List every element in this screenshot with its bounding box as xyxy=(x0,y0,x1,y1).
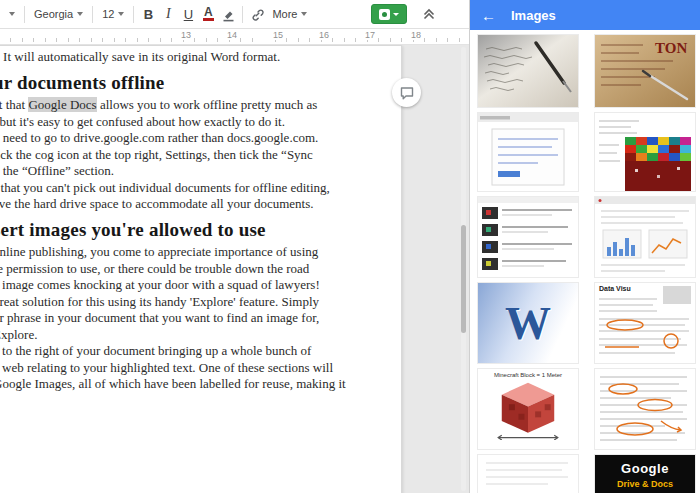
annotated-document-art xyxy=(595,369,695,449)
double-chevron-up-icon xyxy=(422,7,436,21)
manuscript-text: TON xyxy=(655,40,687,56)
comment-bubble-icon xyxy=(399,85,415,101)
doc-heading-offline: ur documents offline xyxy=(0,75,401,92)
doc-line: et that Google Docs allows you to work o… xyxy=(0,97,401,114)
manuscript-art: TON xyxy=(595,35,695,107)
text-color-letter: A xyxy=(204,7,213,17)
editor-screenshot-art xyxy=(478,113,578,191)
text-color-button[interactable]: A xyxy=(198,3,218,25)
doc-line: re permission to use, or there could be … xyxy=(0,261,401,278)
italic-button[interactable]: I xyxy=(158,3,178,25)
image-result-word-logo[interactable]: W xyxy=(478,283,578,363)
toolbar-separator xyxy=(133,6,134,23)
docs-editor: Georgia 12 B I U A xyxy=(0,0,470,493)
toolbar-separator xyxy=(242,6,243,23)
highlighted-text: Google Docs xyxy=(28,97,96,112)
doc-line: lick the cog icon at the top right, Sett… xyxy=(0,147,401,164)
word-document-art xyxy=(478,455,578,493)
charts-screenshot-art xyxy=(595,197,695,277)
word-logo-letter: W xyxy=(505,297,551,350)
doc-line: Google Images, all of which have been la… xyxy=(0,376,401,393)
image-result-colorful-artwork[interactable] xyxy=(595,113,695,191)
styles-dropdown-partial[interactable] xyxy=(4,9,20,19)
image-results-grid: TON xyxy=(470,30,700,493)
ruler-number: 13 xyxy=(179,30,193,40)
highlighter-icon xyxy=(221,7,236,22)
image-result-manuscript[interactable]: TON xyxy=(595,35,695,107)
image-result-minecraft-block[interactable]: Minecraft Block = 1 Meter xyxy=(478,369,578,449)
chevron-down-icon xyxy=(393,13,399,16)
ruler: 13 14 15 16 17 18 xyxy=(0,29,469,45)
image-result-word-document[interactable]: W xyxy=(478,455,578,493)
doc-line: y need to go to drive.google.com rather … xyxy=(0,130,401,147)
doc-line: e to the right of your document bringing… xyxy=(0,343,401,360)
article-title: Data Visu xyxy=(599,285,631,292)
highlight-color-button[interactable] xyxy=(218,3,238,25)
doc-line: online publishing, you come to appreciat… xyxy=(0,244,401,261)
app-root: Georgia 12 B I U A xyxy=(0,0,700,493)
font-family-value: Georgia xyxy=(34,8,73,20)
colorful-artwork-art xyxy=(595,113,695,191)
document-text: l. It will automatically save in its ori… xyxy=(0,46,401,393)
font-size-dropdown[interactable]: 12 xyxy=(97,5,129,23)
data-vis-article-art xyxy=(595,283,695,363)
image-list-art xyxy=(478,197,578,277)
insert-link-button[interactable] xyxy=(247,3,267,25)
link-icon xyxy=(250,7,265,22)
document-area: l. It will automatically save in its ori… xyxy=(0,45,469,493)
images-panel: ← Images xyxy=(470,0,700,493)
image-result-charts-screenshot[interactable] xyxy=(595,197,695,277)
handwritten-notes-art xyxy=(478,35,578,107)
comment-button[interactable] xyxy=(392,78,421,107)
panel-title: Images xyxy=(511,8,556,23)
bold-button[interactable]: B xyxy=(138,3,158,25)
doc-line: Explore. xyxy=(0,327,401,344)
image-result-handwritten-notes[interactable] xyxy=(478,35,578,107)
text-color-swatch xyxy=(203,18,214,21)
ruler-number: 15 xyxy=(271,30,285,40)
back-icon[interactable]: ← xyxy=(481,8,496,23)
doc-line: e web relating to your highlighted text.… xyxy=(0,360,401,377)
document-page[interactable]: l. It will automatically save in its ori… xyxy=(0,45,402,493)
images-panel-header: ← Images xyxy=(470,0,700,30)
doc-line: n the “Offline” section. xyxy=(0,163,401,180)
image-result-data-vis-article[interactable]: Data Visu xyxy=(595,283,695,363)
doc-line-text: et that xyxy=(0,97,28,112)
doc-line: great solution for this using its handy … xyxy=(0,294,401,311)
chevron-down-icon xyxy=(301,12,307,16)
image-result-image-list[interactable] xyxy=(478,197,578,277)
doc-scrollbar[interactable] xyxy=(461,47,466,491)
doc-scrollbar-thumb[interactable] xyxy=(461,225,466,333)
extension-button[interactable] xyxy=(371,4,407,24)
toolbar-separator xyxy=(92,6,93,23)
chevron-down-icon xyxy=(118,12,124,16)
image-result-editor-screenshot[interactable] xyxy=(478,113,578,191)
chevron-down-icon xyxy=(9,12,15,16)
underline-button[interactable]: U xyxy=(178,3,198,25)
minecraft-block-art xyxy=(492,378,564,440)
google-wordmark: Google xyxy=(621,461,669,476)
extension-icon xyxy=(379,9,390,20)
ruler-number: 17 xyxy=(363,30,377,40)
ruler-number: 16 xyxy=(317,30,331,40)
doc-line: or phrase in your document that you want… xyxy=(0,310,401,327)
hide-menus-button[interactable] xyxy=(419,4,439,24)
font-family-dropdown[interactable]: Georgia xyxy=(29,5,88,23)
doc-line: l. It will automatically save in its ori… xyxy=(0,49,401,66)
chevron-down-icon xyxy=(77,12,83,16)
more-button[interactable]: More xyxy=(267,5,312,23)
more-label: More xyxy=(272,8,297,20)
font-size-value: 12 xyxy=(102,8,114,20)
doc-line-text: allows you to work offline pretty much a… xyxy=(97,97,318,112)
doc-line: , but it's easy to get confused about ho… xyxy=(0,114,401,131)
editor-toolbar: Georgia 12 B I U A xyxy=(0,0,469,29)
doc-line: ave the hard drive space to accommodate … xyxy=(0,196,401,213)
ruler-number: 18 xyxy=(409,30,423,40)
doc-heading-images: sert images you're allowed to use xyxy=(0,222,401,239)
image-result-annotated-document[interactable] xyxy=(595,369,695,449)
doc-line: r that you can't pick out individual doc… xyxy=(0,180,401,197)
drive-docs-label: Drive & Docs xyxy=(617,479,673,489)
image-result-google-drive-docs[interactable]: Google Drive & Docs xyxy=(595,455,695,493)
toolbar-separator xyxy=(24,6,25,23)
ruler-number: 14 xyxy=(225,30,239,40)
